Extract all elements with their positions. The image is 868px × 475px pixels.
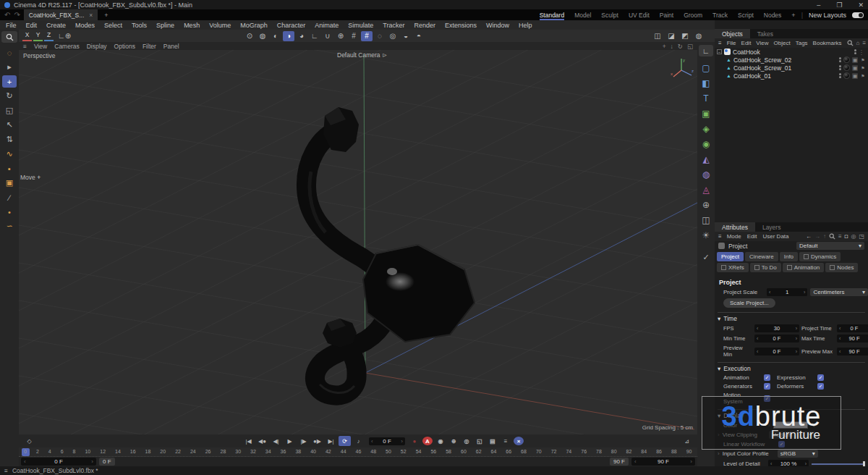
timeline-tick[interactable]: 56 <box>430 447 436 456</box>
timeline-tick[interactable]: 12 <box>100 447 106 456</box>
layout-tab[interactable]: Track <box>712 12 728 19</box>
axis-z-button[interactable]: Z <box>44 30 54 41</box>
timeline-tick[interactable]: 58 <box>446 447 451 456</box>
panel-tab[interactable]: Takes <box>750 29 780 38</box>
record-icon[interactable]: ⊕ <box>448 437 459 445</box>
record-icon[interactable]: × <box>514 437 524 445</box>
record-icon[interactable]: ◱ <box>475 437 485 445</box>
timeline-tick[interactable]: 52 <box>401 447 407 456</box>
layout-tab[interactable]: Paint <box>660 12 673 19</box>
object-name[interactable]: CoatHook_01 <box>733 72 771 80</box>
viewport-menu-item[interactable]: View <box>34 43 47 50</box>
toolbar-icon[interactable]: # <box>348 31 359 41</box>
menu-item[interactable]: MoGraph <box>240 22 268 29</box>
execution-section-header[interactable]: ▾Execution <box>718 362 865 372</box>
timeline-tick[interactable]: 60 <box>461 447 467 456</box>
viewport-hamburger-icon[interactable]: ≡ <box>23 43 27 50</box>
uvw-tag-icon[interactable]: ▦ <box>852 65 858 71</box>
current-frame-field[interactable]: ‹0 F› <box>369 437 405 445</box>
menu-item[interactable]: Modes <box>75 22 95 29</box>
transport-button[interactable]: ▶| <box>325 436 337 446</box>
material-tag-icon[interactable] <box>843 72 850 79</box>
record-icon[interactable]: ◎ <box>461 437 472 445</box>
object-name[interactable]: CoatHook <box>733 49 760 56</box>
parent-icon[interactable]: ↑ <box>823 233 826 240</box>
tool-icon[interactable]: ▪ <box>2 162 17 175</box>
menu-item[interactable]: Select <box>104 22 122 29</box>
toolbar-icon[interactable]: ⊕ <box>335 31 346 41</box>
timeline-tick[interactable]: 76 <box>581 447 587 456</box>
tool-icon[interactable]: ↻ <box>2 90 17 102</box>
toolbar-icon[interactable]: ◐ <box>270 31 281 41</box>
viewport-menu-item[interactable]: Panel <box>163 43 179 50</box>
toolbar-icon[interactable]: ◕ <box>296 31 307 41</box>
attributes-hamburger-icon[interactable]: ≡ <box>718 233 722 240</box>
create-object-icon[interactable]: ◬ <box>699 183 713 196</box>
viewport-menu-item[interactable]: Options <box>114 43 135 50</box>
toolbar-icon[interactable]: # <box>361 31 373 41</box>
create-object-icon[interactable]: ☀ <box>699 229 713 241</box>
timeline-tick[interactable]: 36 <box>281 447 286 456</box>
timeline-tick[interactable]: 82 <box>626 447 632 456</box>
timeline-tick[interactable]: 28 <box>220 447 226 456</box>
layout-tab[interactable]: Model <box>574 12 591 19</box>
menu-item[interactable]: Animate <box>315 22 339 29</box>
history-back-icon[interactable]: ← <box>806 233 812 240</box>
checkbox[interactable]: ✓ <box>817 383 824 390</box>
menu-item[interactable]: Extensions <box>445 22 477 29</box>
view-nav-icon[interactable]: ↻ <box>678 43 683 50</box>
timeline-tick[interactable]: 54 <box>416 447 422 456</box>
objects-menu-item[interactable]: Object <box>774 40 791 46</box>
object-row-root[interactable]: − CoatHook ⋮ <box>715 48 868 56</box>
filter-icon[interactable]: ≡ <box>862 40 866 46</box>
timeline-tick[interactable]: 34 <box>265 447 271 456</box>
redo-icon[interactable]: ↷ <box>14 11 20 19</box>
render-icon[interactable]: ◫ <box>652 31 663 41</box>
checkbox[interactable]: ✓ <box>817 374 824 381</box>
layout-tab[interactable]: Sculpt <box>601 12 618 19</box>
layout-tab[interactable]: Groom <box>684 12 702 19</box>
transport-button[interactable]: ⟳ <box>339 436 351 446</box>
timeline-ruler[interactable]: 0246810121416182022242628303234363840424… <box>19 447 697 457</box>
toolbar-icon[interactable]: ⊙ <box>244 31 255 41</box>
value-stepper[interactable]: ‹30› <box>754 324 799 332</box>
objects-menu-item[interactable]: View <box>756 40 768 46</box>
object-name[interactable]: CoatHook_Screw_01 <box>733 64 791 72</box>
phong-tag-icon[interactable]: ⚑ <box>860 57 866 63</box>
command-search-icon[interactable] <box>1 31 17 43</box>
create-object-icon[interactable]: ◭ <box>699 153 713 165</box>
scale-project-button[interactable]: Scale Project... <box>723 298 775 308</box>
toolbar-icon[interactable]: ◎ <box>387 31 399 41</box>
tool-icon[interactable]: ◱ <box>2 104 17 117</box>
timeline-tick[interactable]: 84 <box>641 447 647 456</box>
toolbar-icon[interactable]: ∪ <box>322 31 333 41</box>
new-layouts-button[interactable]: New Layouts <box>809 12 846 19</box>
menu-item[interactable]: Render <box>414 22 435 29</box>
axis-y-button[interactable]: Y <box>33 30 43 41</box>
object-row[interactable]: ▲ CoatHook_Screw_01 ▦ ⚑ <box>715 64 868 72</box>
layout-tab[interactable]: Standard <box>540 12 565 19</box>
timeline-tick[interactable]: 24 <box>190 447 196 456</box>
tool-icon[interactable]: + <box>2 75 17 88</box>
material-tag-icon[interactable] <box>843 56 850 63</box>
value-stepper[interactable]: ‹90 F› <box>837 335 868 342</box>
objects-hamburger-icon[interactable]: ≡ <box>718 40 722 46</box>
add-tab-button[interactable]: + <box>104 12 108 19</box>
material-tag-icon[interactable] <box>843 64 850 71</box>
transport-button[interactable]: ◀● <box>256 436 268 446</box>
attribute-tab-button[interactable]: Nodes <box>825 263 858 272</box>
timeline-tick[interactable]: 44 <box>341 447 346 456</box>
render-icon[interactable]: ◩ <box>679 31 691 41</box>
transport-button[interactable]: ♪ <box>352 436 365 446</box>
create-object-icon[interactable]: ▣ <box>699 107 713 119</box>
add-layout-button[interactable]: + <box>791 12 795 19</box>
timeline-tick[interactable]: 88 <box>671 447 677 456</box>
timeline-tick[interactable]: 22 <box>175 447 181 456</box>
timeline-tick[interactable]: 70 <box>536 447 542 456</box>
layout-tab[interactable]: Nodes <box>764 12 782 19</box>
phong-tag-icon[interactable]: ⚑ <box>860 65 866 71</box>
create-object-icon[interactable]: ◉ <box>699 138 713 150</box>
time-section-header[interactable]: ▾Time <box>718 312 865 322</box>
layout-tab[interactable]: UV Edit <box>629 12 650 19</box>
coordinate-system-icon[interactable]: ∟⊕ <box>59 31 70 41</box>
